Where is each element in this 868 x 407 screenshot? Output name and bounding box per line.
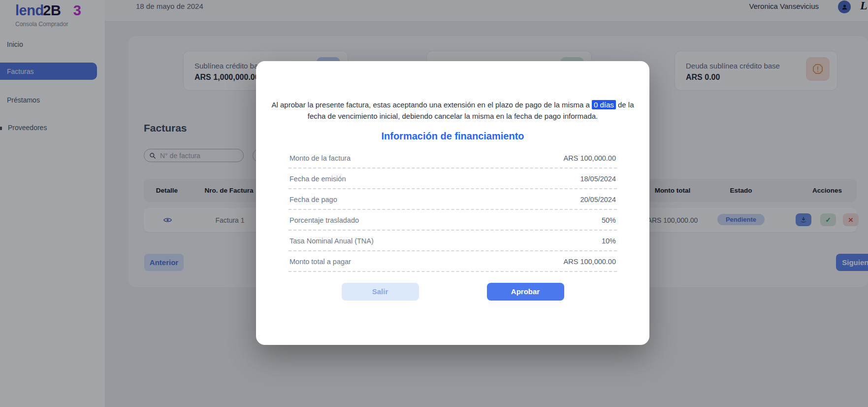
detail-row: Fecha de pago 20/05/2024: [289, 189, 617, 210]
detail-label: Monto de la factura: [289, 153, 351, 163]
financing-modal: Al aprobar la presente factura, estas ac…: [256, 61, 649, 345]
detail-row: Tasa Nominal Anual (TNA) 10%: [289, 231, 617, 251]
detail-value: ARS 100,000.00: [564, 257, 616, 267]
detail-label: Porcentaje trasladado: [289, 215, 359, 225]
detail-row: Monto de la factura ARS 100,000.00: [289, 148, 617, 169]
detail-label: Fecha de pago: [289, 195, 337, 204]
detail-value: 10%: [602, 236, 616, 246]
detail-row: Porcentaje trasladado 50%: [289, 210, 617, 231]
detail-value: ARS 100,000.00: [564, 153, 616, 163]
modal-actions: Salir Aprobar: [270, 283, 636, 301]
detail-value: 20/05/2024: [580, 195, 616, 204]
detail-label: Fecha de emisión: [289, 174, 346, 184]
approval-message: Al aprobar la presente factura, estas ac…: [270, 100, 636, 122]
approve-button[interactable]: Aprobar: [487, 283, 564, 301]
exit-button[interactable]: Salir: [342, 283, 419, 301]
modal-title: Información de financiamiento: [270, 131, 636, 142]
extension-days-highlight: 0 días: [592, 100, 616, 109]
financing-details: Monto de la factura ARS 100,000.00 Fecha…: [289, 148, 617, 272]
detail-row: Fecha de emisión 18/05/2024: [289, 169, 617, 189]
detail-label: Monto total a pagar: [289, 257, 351, 267]
detail-row: Monto total a pagar ARS 100,000.00: [289, 251, 617, 272]
detail-label: Tasa Nominal Anual (TNA): [289, 236, 374, 246]
detail-value: 50%: [602, 215, 616, 225]
app-window: lend32B Consola Comprador Inicio Factura…: [0, 0, 868, 407]
detail-value: 18/05/2024: [580, 174, 616, 184]
